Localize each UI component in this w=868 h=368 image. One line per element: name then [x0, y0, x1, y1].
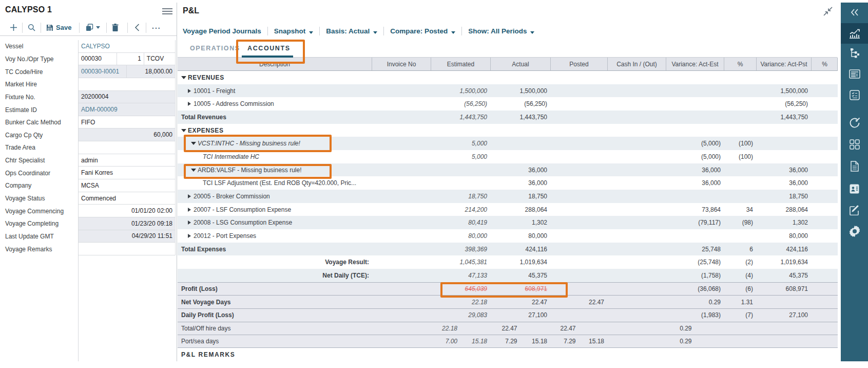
add-button[interactable] — [10, 20, 17, 35]
save-button[interactable]: Save — [46, 20, 71, 35]
search-button[interactable] — [28, 20, 35, 35]
table-row[interactable]: TCI Intermediate HC5,000(5,000)(100) — [178, 150, 838, 163]
sidebar-checklist-button[interactable] — [841, 85, 868, 105]
table-row[interactable]: Port/sea days7.0015.187.2915.187.2915.18… — [178, 335, 838, 348]
column-header[interactable]: Variance: Act-Pst — [757, 58, 812, 70]
field-input[interactable]: CALYPSO — [79, 40, 175, 52]
table-row[interactable]: Net Daily (TCE):47,13345,375(1,758)(4)45… — [178, 269, 838, 282]
field-input[interactable]: Commenced — [79, 192, 175, 205]
menu-icon[interactable] — [162, 7, 172, 15]
copy-button[interactable] — [86, 20, 100, 35]
field-input[interactable]: admin — [79, 154, 175, 167]
row-description: Port/sea days — [178, 335, 372, 347]
table-row[interactable]: TCI LSF Adjustment (Est. End ROB Qty=420… — [178, 176, 838, 190]
column-header[interactable]: Variance: Act-Est — [666, 58, 724, 70]
table-row[interactable]: Total Revenues1,443,7501,443,7501,443,75… — [178, 111, 838, 124]
sidebar-progress-button[interactable] — [841, 113, 868, 133]
toolbar-show-all-periods[interactable]: Show: All Periods — [468, 27, 534, 35]
column-header[interactable]: Estimated — [431, 58, 491, 70]
field-row: Chtr Specialistadmin — [0, 154, 177, 167]
column-header[interactable]: Posted — [551, 58, 608, 70]
toolbar-compare-posted[interactable]: Compare: Posted — [390, 27, 455, 35]
field-input[interactable]: ADM-000009 — [79, 103, 175, 116]
table-row[interactable]: Total Expenses398,369424,11625,7486424,1… — [178, 243, 838, 256]
field-input[interactable]: 01/23/20 09:18 — [79, 217, 175, 230]
sidebar-contacts-button[interactable] — [841, 178, 868, 199]
field-input[interactable] — [79, 141, 175, 154]
column-header[interactable]: % — [724, 58, 757, 70]
table-row[interactable]: Voyage Result:1,045,3811,019,634(25,748)… — [178, 255, 838, 269]
collapse-panel-icon[interactable] — [822, 6, 834, 17]
cell-act: 36,000 — [491, 176, 551, 190]
cell-cash — [608, 309, 666, 322]
field-input[interactable] — [79, 243, 175, 255]
field-input[interactable]: 04/29/20 11:51 — [79, 230, 175, 243]
sidebar-collapse-right-button[interactable] — [841, 2, 868, 23]
collapse-arrow-icon[interactable] — [181, 129, 186, 132]
field-input[interactable]: FIFO — [79, 116, 175, 128]
column-header[interactable]: Actual — [491, 58, 551, 70]
collapse-arrow-icon[interactable] — [191, 169, 196, 172]
sidebar-pnl-chart-button[interactable] — [841, 23, 868, 44]
back-button[interactable] — [134, 20, 140, 35]
table-row[interactable]: 20012 - Port Expenses80,00080,00080,000 — [178, 229, 838, 243]
table-row[interactable]: Daily Profit (Loss)29,08327,100(1,983)(7… — [178, 308, 838, 322]
delete-button[interactable] — [112, 20, 119, 35]
sidebar-journals-button[interactable] — [841, 64, 868, 84]
field-input[interactable]: 1 — [117, 53, 144, 65]
field-input[interactable] — [79, 78, 175, 90]
collapse-arrow-icon[interactable] — [191, 142, 196, 145]
sidebar-settings-gear-button[interactable] — [841, 221, 868, 242]
toolbar-basis-actual[interactable]: Basis: Actual — [326, 27, 377, 35]
expand-arrow-icon[interactable] — [188, 220, 191, 225]
expand-arrow-icon[interactable] — [188, 89, 191, 93]
collapse-arrow-icon[interactable] — [181, 76, 186, 79]
table-row[interactable]: REVENUES — [178, 71, 838, 84]
sidebar-hierarchy-button[interactable] — [841, 43, 868, 64]
sidebar-document-button[interactable] — [841, 156, 868, 176]
cell-pst — [551, 216, 608, 229]
field-input[interactable]: MCSA — [79, 179, 175, 192]
cell-est: 398,369 — [431, 243, 491, 256]
table-row[interactable]: 20008 - LSG Consumption Expense80,4191,3… — [178, 216, 838, 229]
cell-inv — [372, 97, 431, 111]
contacts-icon — [850, 184, 859, 194]
column-header[interactable]: Cash In / (Out) — [608, 58, 666, 70]
column-header[interactable]: % — [812, 58, 838, 70]
more-button[interactable]: ... — [152, 18, 161, 34]
sidebar-notes-button[interactable] — [841, 200, 868, 220]
table-row[interactable]: ARDB:VALSF - Missing business rule!36,00… — [178, 163, 838, 177]
toolbar-voyage-period-journals[interactable]: Voyage Period Journals — [183, 27, 261, 35]
field-input[interactable]: 18,000.00 — [127, 65, 175, 78]
table-row[interactable]: 10005 - Address Commission(56,250)(56,25… — [178, 97, 838, 111]
table-row[interactable]: VCST:INTHC - Missing business rule!5,000… — [178, 137, 838, 150]
cell-act: 608,971 — [491, 283, 551, 296]
expand-arrow-icon[interactable] — [188, 234, 191, 238]
column-header[interactable]: Description — [178, 58, 372, 70]
sidebar-dashboard-button[interactable] — [841, 134, 868, 155]
tab-accounts[interactable]: ACCOUNTS — [247, 45, 291, 52]
table-row[interactable]: 10001 - Freight1,500,0001,500,0001,500,0… — [178, 84, 838, 98]
table-row[interactable]: 20007 - LSF Consumption Expense214,20028… — [178, 203, 838, 216]
field-input[interactable]: TCOV — [144, 53, 175, 65]
table-row[interactable]: Total/Off hire days22.1822.4722.470.29 — [178, 322, 838, 335]
field-input[interactable]: 01/01/20 02:00 — [79, 205, 175, 217]
field-input[interactable]: Fani Korres — [79, 167, 175, 179]
toolbar-snapshot[interactable]: Snapshot — [274, 27, 314, 35]
table-row[interactable]: Net Voyage Days22.1822.4722.470.291.31 — [178, 295, 838, 308]
column-header[interactable]: Invoice No — [372, 58, 431, 70]
cell-inv — [372, 322, 431, 335]
table-row[interactable]: EXPENSES — [178, 124, 838, 137]
field-input[interactable]: 000030-I0001 — [79, 65, 127, 78]
field-input[interactable]: 000030 — [79, 53, 117, 65]
cell-cash — [608, 176, 666, 190]
table-row[interactable]: Profit (Loss)645,039608,971(36,068)(6)60… — [178, 282, 838, 296]
expand-arrow-icon[interactable] — [188, 194, 191, 198]
expand-arrow-icon[interactable] — [188, 102, 191, 106]
expand-arrow-icon[interactable] — [188, 208, 191, 212]
field-input[interactable]: 20200004 — [79, 91, 175, 103]
table-row[interactable]: 20005 - Broker Commission18,75018,75018,… — [178, 190, 838, 203]
table-row[interactable]: P&L REMARKS — [178, 348, 838, 361]
field-input[interactable]: 60,000 — [79, 128, 175, 141]
tab-operations[interactable]: OPERATIONS — [190, 45, 240, 52]
